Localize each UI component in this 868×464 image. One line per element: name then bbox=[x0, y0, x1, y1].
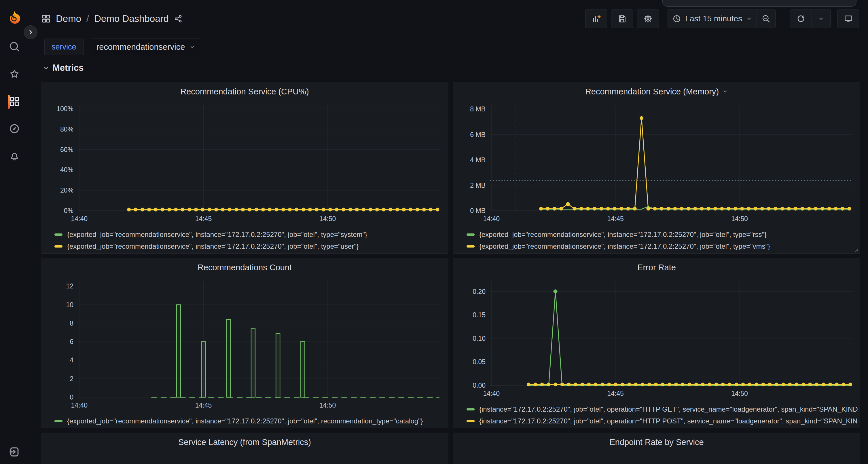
svg-text:14:45: 14:45 bbox=[607, 390, 624, 397]
series-color-swatch bbox=[467, 245, 475, 247]
svg-text:0 MB: 0 MB bbox=[470, 207, 486, 214]
chevron-down-icon bbox=[43, 65, 49, 71]
svg-text:20%: 20% bbox=[60, 187, 73, 194]
panel-header[interactable]: Recommendation Service (CPU%) bbox=[41, 82, 448, 101]
memory-chart: 14:4014:4514:500 MB2 MB4 MB6 MB8 MB bbox=[458, 101, 855, 225]
variable-selected-value: recommendationservice bbox=[96, 42, 185, 52]
save-icon bbox=[618, 14, 626, 23]
legend-item[interactable]: {exported_job="recommendationservice", i… bbox=[55, 240, 448, 252]
add-panel-icon bbox=[592, 14, 601, 23]
panel-cpu: Recommendation Service (CPU%) 14:4014:45… bbox=[41, 82, 448, 254]
panel-title: Recommendation Service (Memory) bbox=[585, 87, 719, 96]
row-header-metrics[interactable]: Metrics bbox=[43, 63, 84, 73]
chevron-down-icon bbox=[818, 16, 824, 22]
cpu-chart: 14:4014:4514:500%20%40%60%80%100% bbox=[46, 101, 443, 225]
panel-header[interactable]: Endpoint Rate by Service bbox=[453, 433, 860, 451]
chevron-down-icon bbox=[189, 44, 195, 49]
grafana-logo[interactable] bbox=[7, 10, 22, 25]
sidebar-item-explore[interactable] bbox=[0, 115, 29, 142]
zoom-out-time-button[interactable] bbox=[756, 9, 776, 28]
star-icon bbox=[9, 68, 20, 79]
zoom-out-icon bbox=[762, 14, 770, 23]
panel-service-latency: Service Latency (from SpanMetrics) bbox=[41, 433, 448, 464]
legend-item[interactable]: {instance="172.17.0.2:25270", job="otel"… bbox=[467, 403, 860, 415]
legend-item[interactable]: {instance="172.17.0.2:25270", job="otel"… bbox=[467, 415, 860, 427]
svg-text:0.00: 0.00 bbox=[473, 382, 486, 389]
refresh-icon bbox=[797, 14, 805, 23]
series-label: {exported_job="recommendationservice", i… bbox=[67, 242, 359, 251]
svg-text:40%: 40% bbox=[60, 166, 73, 173]
svg-text:2 MB: 2 MB bbox=[470, 181, 486, 189]
breadcrumb-dashboard[interactable]: Demo Dashboard bbox=[94, 13, 169, 24]
bell-icon bbox=[9, 151, 20, 162]
sidebar-item-starred[interactable] bbox=[0, 60, 29, 88]
series-color-swatch bbox=[55, 245, 62, 247]
panel-header[interactable]: Recommendations Count bbox=[41, 258, 448, 277]
svg-text:0.10: 0.10 bbox=[473, 335, 486, 342]
panel-header[interactable]: Recommendation Service (Memory) bbox=[453, 82, 860, 101]
add-panel-button[interactable] bbox=[585, 9, 607, 28]
series-label: {exported_job="recommendationservice", i… bbox=[479, 242, 770, 251]
svg-text:4: 4 bbox=[70, 356, 73, 364]
browser-overlay bbox=[662, 0, 857, 7]
apps-icon bbox=[41, 14, 51, 23]
sidebar-item-search[interactable] bbox=[0, 33, 29, 61]
search-icon bbox=[9, 41, 20, 52]
dashboard-settings-button[interactable] bbox=[637, 9, 659, 28]
svg-text:14:45: 14:45 bbox=[195, 401, 212, 409]
svg-text:0.15: 0.15 bbox=[473, 311, 486, 319]
svg-text:14:50: 14:50 bbox=[319, 401, 336, 409]
panel-resize-handle[interactable] bbox=[854, 247, 859, 252]
expand-sidebar-button[interactable] bbox=[24, 25, 37, 39]
svg-text:0%: 0% bbox=[64, 207, 73, 214]
svg-text:4 MB: 4 MB bbox=[470, 156, 486, 164]
save-dashboard-button[interactable] bbox=[611, 9, 633, 28]
kiosk-mode-button[interactable] bbox=[837, 9, 859, 28]
kiosk-monitor-icon bbox=[844, 14, 853, 23]
svg-text:0: 0 bbox=[70, 394, 73, 401]
legend-item[interactable]: {exported_job="recommendationservice", i… bbox=[55, 229, 448, 240]
breadcrumb-folder[interactable]: Demo bbox=[56, 13, 81, 24]
series-label: {exported_job="recommendationservice", i… bbox=[479, 231, 767, 239]
sidebar-item-dashboards[interactable] bbox=[0, 88, 29, 115]
series-color-swatch bbox=[55, 233, 62, 236]
settings-gear-icon bbox=[644, 14, 652, 23]
refresh-button[interactable] bbox=[790, 9, 812, 28]
svg-text:2: 2 bbox=[70, 375, 73, 383]
svg-text:14:40: 14:40 bbox=[483, 215, 500, 223]
variable-label: service bbox=[44, 39, 84, 55]
svg-text:80%: 80% bbox=[60, 126, 73, 133]
panel-header[interactable]: Error Rate bbox=[453, 258, 860, 277]
sidebar-item-sign-in[interactable] bbox=[0, 438, 29, 464]
legend-item[interactable]: {exported_job="recommendationservice", i… bbox=[467, 240, 860, 252]
time-range-picker[interactable]: Last 15 minutes bbox=[668, 9, 757, 28]
time-range-label: Last 15 minutes bbox=[685, 14, 742, 23]
legend-item[interactable]: {exported_job="recommendationservice", i… bbox=[467, 229, 860, 240]
svg-text:6: 6 bbox=[70, 338, 73, 345]
chevron-down-icon bbox=[746, 16, 752, 22]
svg-text:6 MB: 6 MB bbox=[470, 131, 486, 138]
panel-error-rate: Error Rate 14:4014:4514:500.000.050.100.… bbox=[453, 258, 860, 428]
panel-memory: Recommendation Service (Memory) 14:4014:… bbox=[453, 82, 860, 254]
svg-text:14:50: 14:50 bbox=[731, 390, 748, 397]
legend: {exported_job="recommendationservice", i… bbox=[55, 415, 448, 427]
svg-text:12: 12 bbox=[66, 283, 73, 290]
panel-title: Service Latency (from SpanMetrics) bbox=[178, 437, 311, 447]
panel-menu-chevron-icon[interactable] bbox=[722, 89, 728, 94]
share-icon[interactable] bbox=[174, 14, 183, 23]
chevron-right-icon bbox=[27, 29, 34, 35]
svg-text:14:45: 14:45 bbox=[607, 215, 624, 223]
signin-icon bbox=[9, 446, 20, 458]
variable-value-dropdown[interactable]: recommendationservice bbox=[90, 39, 202, 55]
refresh-interval-dropdown[interactable] bbox=[811, 9, 831, 28]
panel-title: Recommendation Service (CPU%) bbox=[180, 87, 309, 96]
series-label: {exported_job="recommendationservice", i… bbox=[67, 417, 423, 425]
legend-item[interactable]: {exported_job="recommendationservice", i… bbox=[55, 415, 448, 427]
svg-text:100%: 100% bbox=[57, 105, 73, 112]
row-title: Metrics bbox=[53, 63, 84, 73]
sidebar-item-alerting[interactable] bbox=[0, 142, 29, 170]
series-color-swatch bbox=[55, 420, 62, 422]
panel-header[interactable]: Service Latency (from SpanMetrics) bbox=[41, 433, 448, 451]
svg-text:14:40: 14:40 bbox=[71, 401, 88, 409]
error-rate-chart: 14:4014:4514:500.000.050.100.150.20 bbox=[458, 277, 855, 399]
